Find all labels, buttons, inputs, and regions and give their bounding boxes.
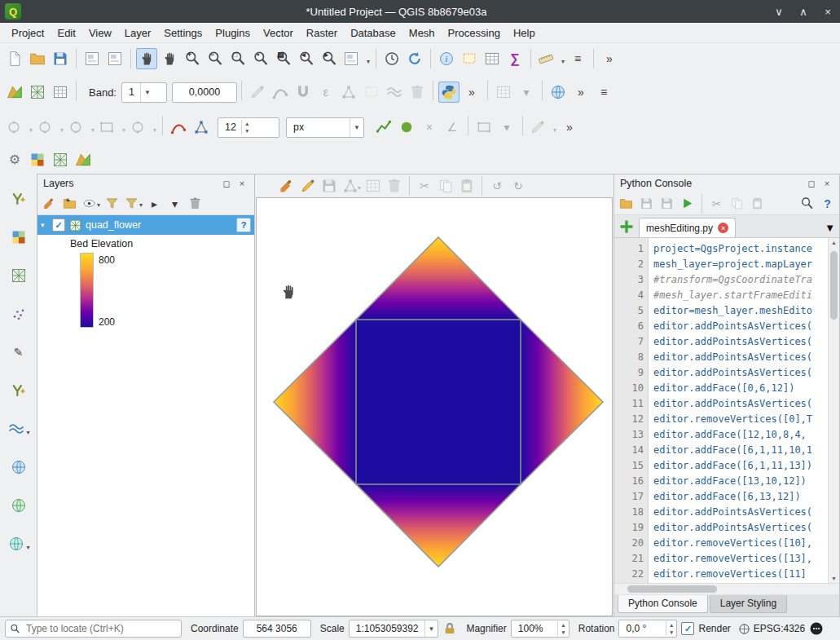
show-layout-manager-button[interactable]: [104, 48, 125, 69]
locate-box[interactable]: [5, 620, 182, 638]
pan-to-selection-button[interactable]: [159, 48, 180, 69]
zoom-full-button[interactable]: □: [227, 48, 248, 69]
paste-text-button[interactable]: [748, 194, 767, 213]
paste-features-button[interactable]: [457, 176, 477, 196]
add-grid-layer-button[interactable]: [27, 149, 48, 170]
menu-item-project[interactable]: Project: [5, 24, 51, 42]
python-console-tab[interactable]: Python Console: [618, 595, 708, 613]
vertex-tool-mesh-button[interactable]: [338, 82, 359, 103]
chevron-down-icon[interactable]: ▾: [41, 221, 49, 229]
vertex-tool-button[interactable]: ▾: [341, 176, 362, 196]
add-wms-layer-button[interactable]: [7, 456, 30, 479]
annotation-tools-button[interactable]: ▾: [528, 117, 557, 138]
new-print-layout-button[interactable]: [81, 48, 103, 69]
shape-circle-3p-button[interactable]: ▾: [35, 117, 64, 138]
menu-item-vector[interactable]: Vector: [257, 24, 300, 42]
mesh-quality-tool-button[interactable]: [73, 149, 94, 170]
editor-tab[interactable]: meshEditing.py ×: [639, 218, 736, 237]
code-editor[interactable]: 12345678910111213141516171819202122 proj…: [614, 237, 839, 583]
menu-item-database[interactable]: Database: [344, 24, 402, 42]
add-wfs-layer-button[interactable]: ▾: [7, 532, 31, 555]
magnifier-spinbox[interactable]: 100%▲▼: [511, 620, 570, 638]
horizontal-scrollbar[interactable]: [614, 583, 839, 594]
zoom-to-layer-button[interactable]: ▤: [273, 48, 294, 69]
copy-features-button[interactable]: [436, 176, 455, 196]
new-map-view-button[interactable]: ▾: [341, 48, 371, 69]
delete-selected-button[interactable]: [385, 176, 404, 196]
menu-item-processing[interactable]: Processing: [442, 24, 507, 42]
close-panel-button[interactable]: ×: [820, 177, 833, 190]
close-panel-button[interactable]: ×: [235, 177, 248, 190]
statistics-summary-button[interactable]: ∑: [504, 48, 526, 69]
new-project-button[interactable]: [4, 48, 25, 69]
menu-item-help[interactable]: Help: [507, 24, 542, 42]
open-layer-styling-panel-button[interactable]: [40, 194, 59, 213]
shape-ellipse-button[interactable]: ▾: [66, 117, 95, 138]
mesh-digitizing-button[interactable]: [4, 82, 25, 103]
python-console-button[interactable]: [438, 82, 460, 103]
select-mesh-elements-button[interactable]: [361, 82, 382, 103]
plugins-overflow-button[interactable]: »: [461, 82, 482, 103]
add-mesh-layer-button[interactable]: [7, 264, 30, 287]
undo-button[interactable]: ↺: [487, 176, 507, 196]
advanced-digitizing-panel-button[interactable]: [473, 117, 495, 138]
expand-all-button[interactable]: ▸: [145, 194, 164, 213]
size-spinbox[interactable]: 12▲▼: [218, 117, 279, 138]
force-by-nearest-button[interactable]: ε: [315, 82, 336, 103]
filter-legend-expression-button[interactable]: ▾: [123, 194, 143, 213]
zoom-last-button[interactable]: ◂: [296, 48, 317, 69]
processing-options-button[interactable]: ⚙: [4, 149, 25, 170]
manage-map-themes-button[interactable]: ▾: [81, 194, 101, 213]
menu-item-raster[interactable]: Raster: [300, 24, 344, 42]
row-overflow-button[interactable]: »: [559, 117, 580, 138]
mesh-reindex-button[interactable]: [27, 82, 48, 103]
layer-row[interactable]: ▾ ✓ quad_flower ?: [37, 215, 254, 235]
layer-help-badge[interactable]: ?: [236, 218, 251, 232]
tracing-offset-button[interactable]: [396, 117, 417, 138]
menu-item-view[interactable]: View: [82, 24, 118, 42]
save-script-button[interactable]: [637, 194, 656, 213]
toolbar-overflow-button[interactable]: »: [599, 48, 620, 69]
render-checkbox[interactable]: ✓: [681, 622, 694, 635]
open-script-button[interactable]: [617, 194, 635, 213]
unit-combo[interactable]: px▼: [286, 117, 364, 138]
temporal-controller-button[interactable]: [381, 48, 402, 69]
stream-digitizing-button[interactable]: [168, 117, 189, 138]
scroll-up-icon[interactable]: ▲: [829, 240, 839, 245]
data-source-manager-button[interactable]: [7, 188, 30, 210]
shape-circle-2p-button[interactable]: ▾: [4, 117, 33, 138]
vertex-compass-button[interactable]: [548, 82, 569, 103]
save-script-as-button[interactable]: [657, 194, 676, 213]
measure-line-button[interactable]: ▾: [536, 48, 565, 69]
code-area[interactable]: project=QgsProject.instancemesh_layer=pr…: [649, 238, 828, 583]
panel-options-button[interactable]: ▾: [496, 117, 517, 138]
enable-tracing-button[interactable]: [373, 117, 394, 138]
maximize-button[interactable]: ∧: [791, 0, 816, 23]
tab-close-button[interactable]: ×: [718, 223, 728, 233]
open-project-button[interactable]: [27, 48, 48, 69]
shape-rectangle-button[interactable]: ▾: [97, 117, 126, 138]
menu-item-layer[interactable]: Layer: [118, 24, 158, 42]
console-help-button[interactable]: ?: [818, 194, 837, 213]
toggle-editing-button[interactable]: [298, 176, 318, 196]
new-tab-button[interactable]: [618, 218, 635, 236]
clear-constraint-button[interactable]: ×: [419, 117, 440, 138]
zoom-in-button[interactable]: +: [182, 48, 203, 69]
select-features-button[interactable]: [459, 48, 480, 69]
add-pointcloud-layer-button[interactable]: [7, 302, 30, 325]
close-button[interactable]: ×: [816, 0, 840, 23]
save-edits-button[interactable]: [319, 176, 339, 196]
vertical-scrollbar[interactable]: ▲ ▼: [828, 238, 839, 583]
delete-mesh-elements-button[interactable]: [407, 82, 428, 103]
pan-map-button[interactable]: [136, 48, 157, 69]
messages-button[interactable]: [809, 621, 824, 636]
scroll-down-icon[interactable]: ▼: [829, 576, 839, 581]
layer-checkbox[interactable]: ✓: [52, 218, 65, 232]
stream-vertex-button[interactable]: [191, 117, 212, 138]
menu-item-settings[interactable]: Settings: [157, 24, 209, 42]
menu-item-mesh[interactable]: Mesh: [402, 24, 442, 42]
locate-input[interactable]: [24, 622, 177, 635]
cut-text-button[interactable]: ✂: [707, 194, 726, 213]
minimize-button[interactable]: ∨: [767, 0, 791, 23]
smooth-mesh-button[interactable]: [384, 82, 405, 103]
